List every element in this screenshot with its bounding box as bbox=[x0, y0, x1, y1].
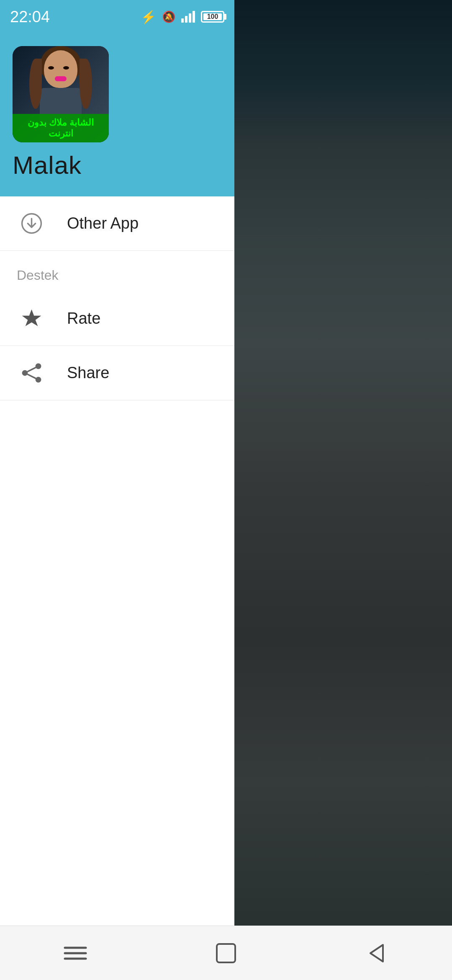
overlay bbox=[234, 0, 452, 980]
status-icons: ⚡ 🔕 100 bbox=[141, 10, 224, 24]
rate-item[interactable]: Rate bbox=[0, 291, 234, 346]
rate-icon bbox=[17, 304, 46, 333]
nav-menu-button[interactable] bbox=[50, 936, 100, 970]
other-app-item[interactable]: Other App bbox=[0, 196, 234, 251]
hair-right bbox=[80, 59, 92, 109]
status-time: 22:04 bbox=[10, 8, 50, 26]
app-icon-arabic-label: الشابة ملاك بدون انترنت bbox=[13, 114, 109, 142]
svg-point-4 bbox=[35, 377, 41, 383]
lips bbox=[55, 76, 67, 81]
app-icon: الشابة ملاك بدون انترنت bbox=[13, 46, 109, 142]
head bbox=[44, 50, 77, 88]
other-app-label: Other App bbox=[67, 214, 139, 232]
svg-line-5 bbox=[28, 368, 35, 371]
share-item[interactable]: Share bbox=[0, 346, 234, 400]
svg-point-3 bbox=[22, 370, 28, 376]
svg-marker-11 bbox=[370, 945, 383, 962]
destek-section-label: Destek bbox=[0, 251, 234, 291]
svg-line-6 bbox=[28, 374, 35, 378]
nav-back-button[interactable] bbox=[352, 936, 402, 970]
eye-left bbox=[48, 66, 54, 70]
hair-left bbox=[29, 59, 42, 109]
nav-home-button[interactable] bbox=[201, 936, 251, 970]
drawer-menu: Other App Destek Rate bbox=[0, 196, 234, 980]
battery-icon: 100 bbox=[201, 11, 224, 23]
drawer-header: الشابة ملاك بدون انترنت Malak bbox=[0, 34, 234, 196]
status-bar: 22:04 ⚡ 🔕 100 bbox=[0, 0, 234, 34]
app-name: Malak bbox=[13, 151, 222, 180]
share-icon bbox=[17, 358, 46, 388]
eyes bbox=[48, 64, 73, 71]
share-label: Share bbox=[67, 364, 109, 382]
signal-icon bbox=[181, 11, 195, 23]
drawer-panel: 22:04 ⚡ 🔕 100 bbox=[0, 0, 234, 980]
svg-point-2 bbox=[35, 364, 41, 369]
bluetooth-icon: ⚡ bbox=[141, 10, 156, 24]
other-app-icon bbox=[17, 209, 46, 238]
svg-marker-1 bbox=[22, 309, 41, 326]
bottom-nav bbox=[0, 926, 452, 980]
vibrate-icon: 🔕 bbox=[162, 10, 175, 23]
eye-right bbox=[63, 66, 69, 70]
rate-label: Rate bbox=[67, 309, 100, 328]
svg-rect-10 bbox=[217, 944, 235, 962]
